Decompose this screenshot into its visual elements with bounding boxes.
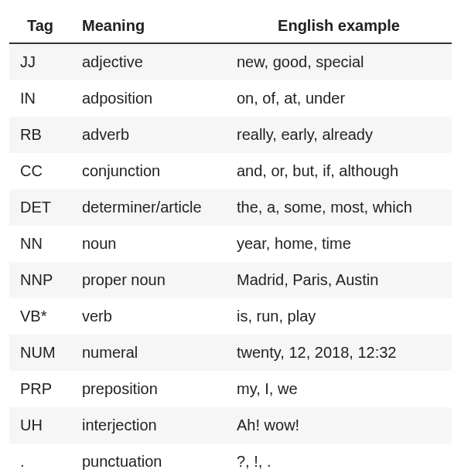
cell-tag: RB (9, 117, 71, 153)
table-body: JJ adjective new, good, special IN adpos… (9, 43, 452, 476)
cell-example: ?, !, . (226, 444, 452, 476)
table-row: NNP proper noun Madrid, Paris, Austin (9, 262, 452, 298)
table-row: RB adverb really, early, already (9, 117, 452, 153)
table-row: IN adposition on, of, at, under (9, 80, 452, 117)
table-row: . punctuation ?, !, . (9, 444, 452, 476)
cell-meaning: preposition (71, 371, 226, 407)
cell-example: new, good, special (226, 43, 452, 80)
cell-meaning: proper noun (71, 262, 226, 298)
cell-meaning: adposition (71, 80, 226, 117)
cell-tag: . (9, 444, 71, 476)
cell-example: twenty, 12, 2018, 12:32 (226, 335, 452, 371)
cell-meaning: adjective (71, 43, 226, 80)
cell-tag: NUM (9, 335, 71, 371)
cell-example: really, early, already (226, 117, 452, 153)
cell-example: the, a, some, most, which (226, 189, 452, 226)
table-row: JJ adjective new, good, special (9, 43, 452, 80)
cell-example: my, I, we (226, 371, 452, 407)
cell-example: and, or, but, if, although (226, 153, 452, 189)
header-tag: Tag (9, 9, 71, 43)
table-header-row: Tag Meaning English example (9, 9, 452, 43)
table-row: VB* verb is, run, play (9, 298, 452, 335)
cell-tag: DET (9, 189, 71, 226)
table-row: CC conjunction and, or, but, if, althoug… (9, 153, 452, 189)
cell-example: Ah! wow! (226, 407, 452, 444)
cell-meaning: verb (71, 298, 226, 335)
table-row: NUM numeral twenty, 12, 2018, 12:32 (9, 335, 452, 371)
cell-meaning: adverb (71, 117, 226, 153)
cell-meaning: conjunction (71, 153, 226, 189)
table-row: DET determiner/article the, a, some, mos… (9, 189, 452, 226)
cell-tag: VB* (9, 298, 71, 335)
cell-tag: IN (9, 80, 71, 117)
table-row: NN noun year, home, time (9, 226, 452, 262)
cell-meaning: punctuation (71, 444, 226, 476)
cell-tag: CC (9, 153, 71, 189)
cell-example: is, run, play (226, 298, 452, 335)
pos-tags-table: Tag Meaning English example JJ adjective… (9, 9, 452, 476)
cell-meaning: noun (71, 226, 226, 262)
cell-tag: NN (9, 226, 71, 262)
cell-example: Madrid, Paris, Austin (226, 262, 452, 298)
cell-example: on, of, at, under (226, 80, 452, 117)
cell-example: year, home, time (226, 226, 452, 262)
header-meaning: Meaning (71, 9, 226, 43)
cell-meaning: numeral (71, 335, 226, 371)
table-row: UH interjection Ah! wow! (9, 407, 452, 444)
cell-tag: NNP (9, 262, 71, 298)
cell-tag: UH (9, 407, 71, 444)
cell-meaning: determiner/article (71, 189, 226, 226)
header-example: English example (226, 9, 452, 43)
cell-tag: JJ (9, 43, 71, 80)
cell-meaning: interjection (71, 407, 226, 444)
table-row: PRP preposition my, I, we (9, 371, 452, 407)
cell-tag: PRP (9, 371, 71, 407)
